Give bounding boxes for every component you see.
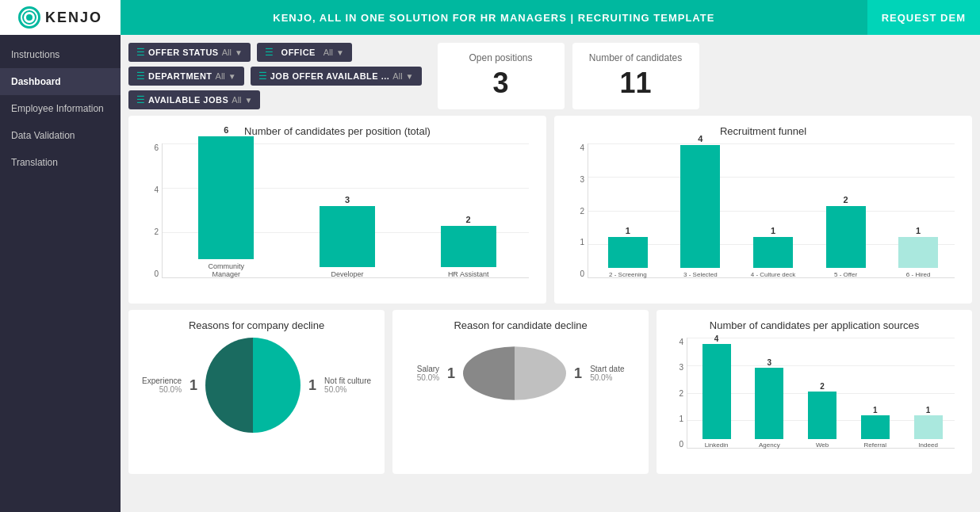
y-label-0: 0 [138, 269, 159, 278]
filter-icon-3: ☰ [136, 71, 145, 82]
filter-arrow-2: ▼ [336, 48, 344, 57]
svg-point-1 [26, 14, 33, 21]
company-decline-left-value: 1 [189, 377, 197, 394]
filter-value-job-offer: All [392, 71, 402, 81]
filter-arrow: ▼ [235, 48, 243, 57]
recruitment-funnel-title: Recruitment funnel [564, 125, 963, 137]
company-decline-title: Reasons for company decline [138, 319, 375, 331]
middle-charts-row: Number of candidates per position (total… [128, 116, 972, 304]
bar-community-manager: 6 Community Manager [194, 125, 258, 278]
filter-icon-2: ☰ [265, 47, 274, 58]
candidate-decline-right-label: Start date50.0% [590, 365, 624, 382]
bar-indeed-rect [914, 415, 943, 439]
filter-label-department: DEPARTMENT [148, 71, 212, 81]
application-sources-chart: Number of candidates per application sou… [657, 310, 972, 474]
filter-department[interactable]: ☰ DEPARTMENT All ▼ [128, 67, 244, 86]
filter-section: ☰ OFFER STATUS All ▼ ☰ OFFICE All ▼ ☰ [128, 43, 422, 109]
candidate-decline-title: Reason for candidate decline [402, 319, 639, 331]
y-label-4: 4 [138, 185, 159, 194]
bar-selected-rect [680, 145, 720, 268]
filter-available-jobs[interactable]: ☰ AVAILABLE JOBS All ▼ [128, 90, 260, 109]
bar-label-community-manager: Community Manager [194, 262, 258, 278]
request-demo-button[interactable]: REQUEST DEM [867, 0, 980, 35]
bar-referral: 1 Referral [858, 406, 893, 449]
bar-offer-rect [826, 206, 866, 268]
funnel-y-0: 0 [564, 269, 584, 278]
bar-web-rect [808, 392, 836, 439]
funnel-y-4: 4 [564, 143, 584, 152]
bar-community-manager-rect [198, 136, 254, 259]
candidates-per-position-chart: Number of candidates per position (total… [128, 116, 546, 304]
sidebar: Instructions Dashboard Employee Informat… [0, 35, 121, 512]
sidebar-item-employee-info[interactable]: Employee Information [0, 95, 121, 122]
filter-label-available-jobs: AVAILABLE JOBS [148, 95, 228, 105]
candidate-decline-chart: Reason for candidate decline Salary50.0%… [392, 310, 649, 474]
main-layout: Instructions Dashboard Employee Informat… [0, 35, 980, 512]
sources-y-0: 0 [666, 440, 683, 449]
header-title: KENJO, ALL IN ONE SOLUTION FOR HR MANAGE… [121, 12, 867, 24]
filter-arrow-5: ▼ [245, 96, 253, 105]
bar-hired: 1 6 - Hired [894, 226, 942, 278]
header: KENJO KENJO, ALL IN ONE SOLUTION FOR HR … [0, 0, 980, 35]
filter-value-available-jobs: All [232, 95, 241, 105]
bar-culture-deck-rect [753, 237, 793, 268]
stat-open-positions: Open positions 3 [438, 43, 565, 109]
stat-open-positions-value: 3 [454, 67, 549, 100]
filter-value-office: All [323, 48, 333, 57]
bar-linkedin: 4 Linkedin [699, 334, 734, 449]
sidebar-item-instructions[interactable]: Instructions [0, 41, 121, 68]
filter-offer-status[interactable]: ☰ OFFER STATUS All ▼ [128, 43, 251, 62]
bar-value-hr-assistant: 2 [466, 215, 471, 224]
candidate-decline-left-value: 1 [447, 365, 455, 382]
company-decline-right-label: Not fit culture50.0% [324, 376, 371, 394]
top-section: ☰ OFFER STATUS All ▼ ☰ OFFICE All ▼ ☰ [128, 43, 972, 109]
candidate-decline-right-value: 1 [574, 365, 582, 382]
bar-hr-assistant: 2 HR Assistant [437, 215, 500, 278]
logo-text: KENJO [45, 10, 102, 26]
bar-indeed: 1 Indeed [911, 406, 946, 449]
filter-value-offer-status: All [222, 48, 232, 57]
filter-arrow-3: ▼ [228, 72, 236, 81]
logo-area: KENJO [0, 0, 121, 35]
bar-linkedin-rect [702, 344, 731, 439]
filter-icon-4: ☰ [258, 71, 267, 82]
bar-hr-assistant-rect [441, 226, 496, 267]
bar-developer-rect [320, 206, 375, 267]
company-decline-left-label: Experience50.0% [142, 376, 182, 394]
sidebar-item-dashboard[interactable]: Dashboard [0, 68, 121, 95]
bar-label-hr-assistant: HR Assistant [448, 270, 489, 278]
bar-agency: 3 Agency [752, 358, 787, 449]
filter-value-department: All [216, 71, 225, 81]
recruitment-funnel-chart: Recruitment funnel 4 3 2 1 0 [554, 116, 972, 304]
filter-label-job-offer: JOB OFFER AVAILABLE ... [270, 71, 390, 81]
sidebar-item-translation[interactable]: Translation [0, 149, 121, 176]
bar-label-developer: Developer [331, 270, 363, 278]
filter-label-offer-status: OFFER STATUS [148, 48, 219, 57]
filter-job-offer[interactable]: ☰ JOB OFFER AVAILABLE ... All ▼ [251, 67, 422, 86]
sources-y-1: 1 [666, 415, 683, 423]
filter-arrow-4: ▼ [406, 72, 414, 81]
bar-web: 2 Web [805, 382, 840, 449]
bar-agency-rect [755, 368, 783, 439]
bar-selected: 4 3 - Selected [676, 134, 724, 278]
stat-open-positions-label: Open positions [454, 52, 549, 63]
sources-y-3: 3 [666, 363, 683, 372]
sidebar-item-data-validation[interactable]: Data Validation [0, 122, 121, 149]
filter-icon: ☰ [136, 47, 145, 58]
filter-office[interactable]: ☰ OFFICE All ▼ [257, 43, 352, 62]
company-decline-right-value: 1 [308, 377, 316, 394]
company-decline-pie [205, 338, 301, 433]
stats-cards: Open positions 3 Number of candidates 11 [438, 43, 699, 109]
bar-value-developer: 3 [345, 195, 350, 204]
content-area: ☰ OFFER STATUS All ▼ ☰ OFFICE All ▼ ☰ [121, 35, 980, 512]
bottom-charts-row: Reasons for company decline Experience50… [128, 310, 972, 474]
sources-y-2: 2 [666, 389, 683, 398]
funnel-y-1: 1 [564, 238, 584, 246]
candidate-decline-left-label: Salary50.0% [417, 365, 439, 382]
logo-icon [18, 6, 40, 29]
funnel-y-3: 3 [564, 175, 584, 184]
y-label-2: 2 [138, 227, 159, 236]
stat-candidates-value: 11 [588, 67, 683, 100]
bar-screening: 1 2 - Screening [604, 226, 652, 278]
application-sources-title: Number of candidates per application sou… [666, 319, 963, 331]
